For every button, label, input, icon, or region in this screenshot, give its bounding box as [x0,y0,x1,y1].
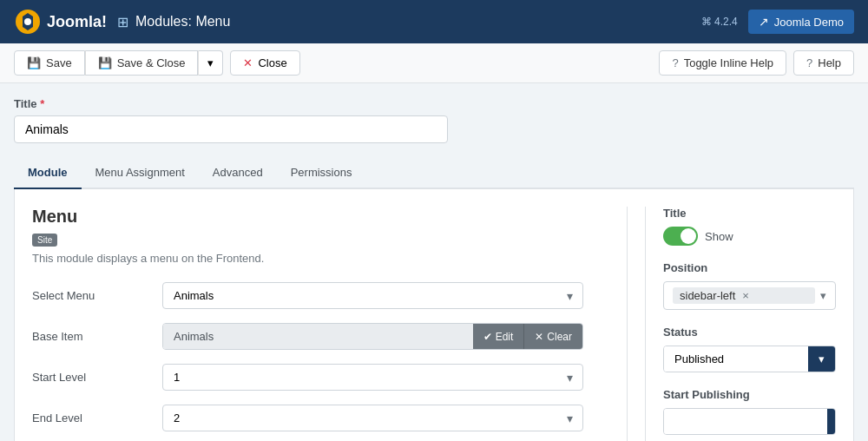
toolbar-right: ? Toggle Inline Help ? Help [659,50,854,76]
status-select[interactable]: Published [664,346,808,372]
base-item-field: Animals ✔ Edit ✕ Clear [162,323,583,350]
select-menu-input[interactable]: Animals [162,282,583,309]
position-select[interactable]: sidebar-left × ▾ [663,281,836,310]
status-chevron-icon: ▾ [819,352,825,365]
close-label: Close [258,56,286,69]
save-group: 💾 Save 💾 Save & Close ▾ [14,50,223,76]
base-item-text: Animals [163,324,473,349]
base-item-edit-button[interactable]: ✔ Edit [473,324,524,349]
right-title-toggle-thumb [681,228,696,244]
right-title-toggle-track [663,227,698,246]
module-description: This module displays a menu on the Front… [32,252,583,265]
help-circle-icon: ? [672,56,678,69]
right-status-label: Status [663,326,836,339]
close-button[interactable]: ✕ Close [230,50,299,76]
toggle-inline-help-button[interactable]: ? Toggle Inline Help [659,50,786,76]
svg-point-1 [24,18,31,25]
select-menu-wrapper: Animals [162,282,583,309]
edit-check-icon: ✔ [483,331,492,343]
tab-module[interactable]: Module [14,157,82,189]
tabs: Module Menu Assignment Advanced Permissi… [14,157,854,189]
topbar: Joomla! ⊞ Modules: Menu ⌘ 4.2.4 ↗ Joomla… [0,0,868,43]
demo-button[interactable]: ↗ Joomla Demo [748,10,854,34]
end-level-label: End Level [32,411,162,425]
start-level-row: Start Level 1 [32,364,583,391]
save-close-button[interactable]: 💾 Save & Close [85,50,199,76]
main-content: Title * Module Menu Assignment Advanced … [0,83,868,441]
status-dropdown-button[interactable]: ▾ [808,346,835,372]
start-level-label: Start Level [32,371,162,384]
page-title: Modules: Menu [135,14,230,30]
end-level-row: End Level 2 [32,405,583,431]
right-title-toggle[interactable] [663,227,698,246]
right-title-label: Title [663,207,836,220]
page-title-bar: ⊞ Modules: Menu [117,14,230,30]
save-dropdown-button[interactable]: ▾ [198,50,223,76]
toggle-inline-help-label: Toggle Inline Help [684,56,773,69]
start-publishing-calendar-button[interactable]: 📅 [827,409,836,434]
position-close-icon[interactable]: × [742,289,749,302]
version-badge: ⌘ 4.2.4 [701,16,738,28]
start-level-wrapper: 1 [162,364,583,391]
module-heading: Menu [32,207,583,227]
help-button[interactable]: ? Help [793,50,854,76]
module-icon: ⊞ [117,14,128,30]
required-marker: * [40,97,44,110]
tab-menu-assignment[interactable]: Menu Assignment [82,157,199,189]
position-tag: sidebar-left × [673,287,815,304]
save-button[interactable]: 💾 Save [14,50,85,76]
select-menu-label: Select Menu [32,289,162,302]
start-publishing-wrapper: 📅 [663,408,836,435]
demo-icon: ↗ [759,15,769,29]
right-status-section: Status Published ▾ [663,326,836,372]
base-item-label: Base Item [32,330,162,343]
right-start-publishing-label: Start Publishing [663,388,836,401]
save-icon: 💾 [27,56,41,69]
question-icon: ? [806,56,812,69]
start-level-select[interactable]: 1 [162,364,583,391]
title-section: Title * [14,97,854,143]
position-tag-text: sidebar-left [680,289,735,302]
title-label: Title * [14,97,854,110]
tab-permissions[interactable]: Permissions [277,157,366,189]
help-label: Help [818,56,841,69]
demo-label: Joomla Demo [774,16,844,29]
topbar-left: Joomla! ⊞ Modules: Menu [14,8,230,36]
content-panel: Menu Site This module displays a menu on… [14,189,854,441]
base-item-clear-button[interactable]: ✕ Clear [523,324,582,349]
start-publishing-input[interactable] [664,409,827,434]
right-start-publishing-section: Start Publishing 📅 [663,388,836,435]
site-badge: Site [32,234,57,247]
chevron-down-icon: ▾ [207,56,214,69]
status-wrapper: Published ▾ [663,346,836,372]
joomla-logo-text: Joomla! [47,13,107,31]
position-chevron-icon: ▾ [820,289,826,302]
title-input[interactable] [14,115,448,143]
right-position-section: Position sidebar-left × ▾ [663,261,836,310]
right-title-section: Title Show [663,207,836,246]
clear-x-icon: ✕ [535,331,543,343]
select-menu-row: Select Menu Animals [32,282,583,309]
right-title-toggle-wrapper: Show [663,227,836,246]
end-level-select[interactable]: 2 [162,405,583,431]
joomla-logo: Joomla! [14,8,107,36]
toolbar-left: 💾 Save 💾 Save & Close ▾ ✕ Close [14,50,300,76]
panel-right: Title Show Position sidebar-left × [645,207,836,441]
save-label: Save [46,56,72,69]
save-close-icon: 💾 [98,56,112,69]
base-item-row: Base Item Animals ✔ Edit ✕ Clear [32,323,583,350]
joomla-logo-icon [14,8,42,36]
panel-divider [627,207,628,441]
panel-left: Menu Site This module displays a menu on… [32,207,609,441]
toolbar: 💾 Save 💾 Save & Close ▾ ✕ Close ? Toggle… [0,43,868,83]
end-level-wrapper: 2 [162,405,583,431]
right-position-label: Position [663,261,836,274]
tab-advanced[interactable]: Advanced [199,157,277,189]
right-title-toggle-label: Show [705,230,733,243]
topbar-right: ⌘ 4.2.4 ↗ Joomla Demo [701,10,854,34]
close-icon: ✕ [243,56,253,69]
save-close-label: Save & Close [117,56,186,69]
